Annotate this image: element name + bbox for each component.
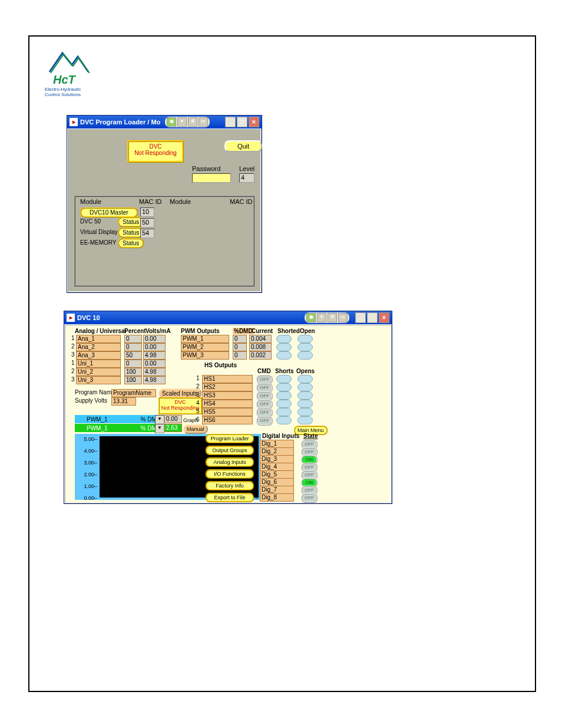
close-button[interactable]: ✕ [379,312,389,323]
pwm-shorted-led [276,343,292,351]
pwm-dmd: 0 [233,351,247,360]
analog-volts: 4.98 [143,376,166,384]
tool-icon[interactable]: ⚟ [328,313,337,322]
manual-button[interactable]: Manual [183,424,208,434]
nav-button[interactable]: Analog Inputs [206,457,254,467]
tool-icon[interactable]: ▭ [338,313,348,322]
titlebar[interactable]: ▸ DVC Program Loader / Mo ◉ ▾ ⚟ ▭ _ □ ✕ [67,116,262,129]
tool-nvidia-icon[interactable]: ◉ [167,117,176,127]
hdr-hs-shorts: Shorts [275,368,294,374]
pwm-shorted-led [276,335,292,343]
hs-cmd-button[interactable]: OFF [256,416,273,426]
nav-button[interactable]: Output Groups [206,446,254,455]
analog-percent: 0 [124,360,142,368]
pwm-current: 0.008 [249,343,272,351]
analog-name[interactable]: Ana_1 [76,335,121,343]
pwm-name[interactable]: PWM_1 [181,335,229,343]
pwm-current: 0.004 [249,335,272,343]
status-message: DVCNot Responding [158,397,202,414]
tool-icon[interactable]: ⚟ [188,117,197,127]
row-index: 1 [196,375,200,381]
hs-name[interactable]: HS5 [202,408,253,416]
tool-nvidia-icon[interactable]: ◉ [306,313,316,322]
minimize-button[interactable]: _ [355,312,366,323]
pwm-name[interactable]: PWM_3 [181,351,229,360]
hdr-pwm: PWM Outputs [181,328,220,334]
hs-short-led [276,383,292,391]
hdr-state: State [303,433,318,439]
row-index: 1 [71,360,75,366]
hs-open-led [297,383,313,391]
dig-name[interactable]: Dig_2 [260,447,294,456]
dig-name[interactable]: Dig_1 [260,440,294,448]
tool-dropdown-icon[interactable]: ▾ [317,313,326,322]
y-tick: 0.00– [84,495,97,501]
mac-value: 10 [140,207,154,217]
pwm-bar-1[interactable]: PWM_1% DMD [75,415,164,423]
module-label: Virtual Display [80,229,118,235]
status-button[interactable]: Status [118,238,144,248]
close-button[interactable]: ✕ [249,117,259,127]
hs-name[interactable]: HS3 [202,391,253,400]
pwm-bar-2[interactable]: PWM_1% DMD [75,424,164,432]
dig-name[interactable]: Dig_6 [260,478,294,486]
analog-name[interactable]: Ana_2 [76,343,121,351]
hs-name[interactable]: HS6 [202,416,253,424]
analog-percent: 100 [124,376,142,384]
hs-short-led [276,375,292,383]
pwm-dmd: 0 [233,335,247,343]
dig-name[interactable]: Dig_8 [260,493,294,502]
analog-name[interactable]: Uni_1 [76,360,121,368]
tool-icon[interactable]: ▭ [199,117,208,127]
dropdown-arrow-icon[interactable]: ▼ [155,424,164,433]
analog-name[interactable]: Uni_2 [76,368,121,376]
analog-name[interactable]: Ana_3 [76,351,121,360]
pwm-name[interactable]: PWM_2 [181,343,229,351]
hs-short-led [276,408,292,416]
pwm-open-led [297,343,313,351]
maximize-button[interactable]: □ [237,117,247,127]
hdr-module: Module [80,198,101,205]
nav-button[interactable]: Export to File [206,493,254,502]
window-dvc10: ▸ DVC 10 ◉ ▾ ⚟ ▭ _ □ ✕ Analog / Universa… [64,311,392,504]
row-index: 6 [255,478,259,485]
nav-button[interactable]: Program Loader [206,434,254,443]
toolbar-pill: ◉ ▾ ⚟ ▭ [305,312,349,323]
analog-name[interactable]: Uni_3 [76,376,121,384]
y-tick: 1.00– [84,483,97,489]
hs-name[interactable]: HS2 [202,383,253,391]
dig-name[interactable]: Dig_5 [260,470,294,479]
dig-name[interactable]: Dig_4 [260,463,294,471]
tool-dropdown-icon[interactable]: ▾ [177,117,187,127]
titlebar[interactable]: ▸ DVC 10 ◉ ▾ ⚟ ▭ _ □ ✕ [64,311,392,324]
hdr-hs-opens: Opens [296,368,315,374]
nav-button[interactable]: I/O Functions [206,469,254,479]
password-input[interactable] [192,173,231,183]
row-index: 4 [255,463,259,469]
window-title: DVC Program Loader / Mo [80,118,160,126]
hdr-hs-cmd: CMD [257,368,271,374]
hdr-hs: HS Outputs [204,362,237,368]
y-tick: 2.00– [84,472,97,477]
hs-name[interactable]: HS4 [202,400,253,408]
pwm-current: 0.002 [249,351,272,360]
dropdown-arrow-icon[interactable]: ▼ [155,415,164,424]
maximize-button[interactable]: □ [367,312,378,323]
hdr-macid: MAC ID [230,198,253,205]
app-icon: ▸ [70,118,78,126]
hs-name[interactable]: HS1 [202,375,253,383]
progname-label: Program Name [75,389,115,396]
hdr-pwm-dmd: %DMD [233,328,254,334]
row-index: 2 [71,368,75,374]
row-index: 8 [255,493,259,500]
hdr-pwm-shorted: Shorted [277,328,300,334]
nav-button[interactable]: Factory Info [206,481,254,490]
minimize-button[interactable]: _ [225,117,236,127]
row-index: 2 [255,447,259,454]
row-index: 3 [71,351,75,358]
hdr-pwm-cur: Current [252,328,273,334]
dig-name[interactable]: Dig_3 [260,455,294,463]
module-dvc10-master[interactable]: DVC10 Master [80,207,138,218]
dig-name[interactable]: Dig_7 [260,486,294,494]
quit-button[interactable]: Quit [224,140,262,152]
